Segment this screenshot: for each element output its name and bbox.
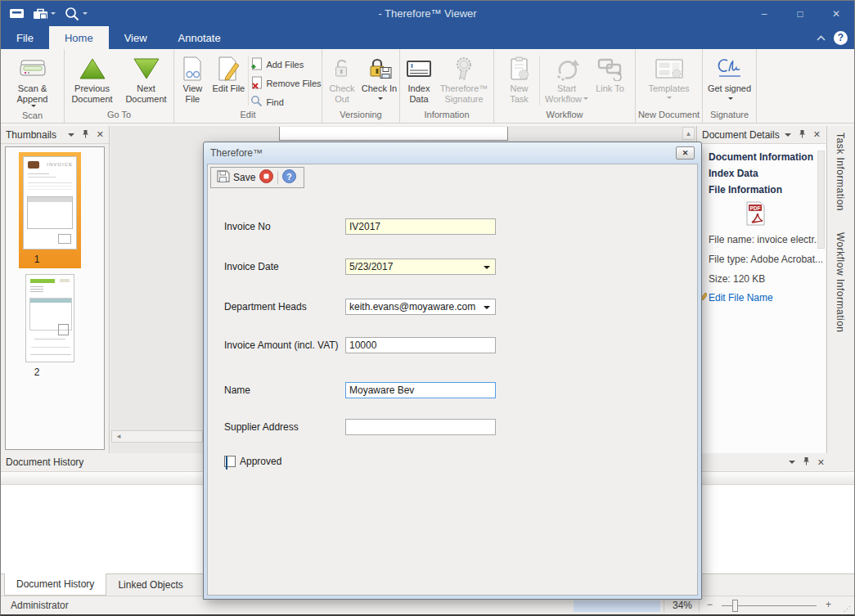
index-card-icon bbox=[406, 54, 432, 83]
dialog-help-button[interactable]: ? bbox=[282, 169, 296, 186]
file-name-text: File name: invoice electr... bbox=[697, 230, 826, 250]
pin-icon[interactable] bbox=[82, 129, 89, 141]
templates-icon bbox=[655, 54, 684, 83]
invoice-amount-label: Invoice Amount (incl. VAT) bbox=[224, 337, 339, 353]
thumbnail-page-2[interactable] bbox=[25, 274, 74, 362]
ribbon-group-information: Index Data Therefore™ Signature Informat… bbox=[400, 49, 494, 123]
previous-document-button[interactable]: Previous Document bbox=[65, 52, 119, 105]
dropdown-caret-icon bbox=[667, 97, 672, 101]
tab-linked-objects[interactable]: Linked Objects bbox=[106, 574, 194, 596]
zoom-out-button[interactable]: − bbox=[707, 599, 713, 610]
dialog-close-button[interactable]: ✕ bbox=[676, 146, 695, 160]
minimize-button[interactable]: – bbox=[746, 1, 782, 26]
collapse-ribbon-icon[interactable] bbox=[817, 32, 826, 43]
window-controls: – □ ✕ bbox=[746, 1, 854, 26]
tab-workflow-information[interactable]: Workflow Information bbox=[827, 226, 853, 339]
edit-file-button[interactable]: Edit File bbox=[210, 52, 246, 94]
invoice-no-label: Invoice No bbox=[224, 218, 271, 235]
viewer-icon[interactable] bbox=[9, 8, 25, 19]
tab-view[interactable]: View bbox=[109, 26, 163, 49]
clipboard-gear-icon bbox=[507, 54, 532, 83]
file-information-link[interactable]: File Information bbox=[697, 182, 826, 198]
panel-scrollbar[interactable] bbox=[817, 151, 825, 249]
find-button[interactable]: Find bbox=[250, 95, 283, 109]
group-label-signature: Signature bbox=[703, 109, 756, 123]
svg-text:PDF: PDF bbox=[750, 205, 761, 211]
close-panel-icon[interactable]: ✕ bbox=[813, 129, 821, 140]
check-out-button: Check Out bbox=[324, 52, 361, 105]
thumbnail-number-2: 2 bbox=[5, 366, 83, 378]
field-row-invoice-amount: Invoice Amount (incl. VAT) bbox=[208, 337, 697, 353]
tab-document-history[interactable]: Document History bbox=[4, 573, 106, 596]
thumbnail-sketch bbox=[28, 173, 49, 174]
supplier-address-input[interactable] bbox=[345, 419, 496, 435]
next-document-button[interactable]: Next Document bbox=[119, 52, 173, 105]
chevron-down-icon bbox=[484, 266, 490, 272]
field-row-invoice-date: Invoice Date 5/23/2017 bbox=[208, 259, 697, 275]
close-panel-icon[interactable]: ✕ bbox=[817, 457, 825, 468]
pin-icon[interactable] bbox=[803, 456, 810, 468]
document-page-edge bbox=[279, 127, 508, 141]
tab-annotate[interactable]: Annotate bbox=[163, 26, 236, 49]
scan-append-button[interactable]: Scan & Append bbox=[4, 52, 61, 110]
circular-arrows-icon bbox=[553, 54, 581, 83]
triangle-down-icon bbox=[132, 54, 161, 83]
group-label-scan: Scan bbox=[1, 110, 64, 123]
view-file-button[interactable]: View File bbox=[174, 52, 210, 105]
remove-files-button[interactable]: Remove Files bbox=[250, 76, 321, 91]
edit-file-icon bbox=[216, 54, 241, 83]
thumbnail-sketch bbox=[60, 279, 70, 282]
scroll-left-icon: ◄ bbox=[112, 433, 122, 440]
dropdown-caret-icon bbox=[51, 12, 56, 17]
title-bar: - Therefore™ Viewer – □ ✕ bbox=[1, 1, 854, 26]
panel-menu-icon[interactable] bbox=[785, 133, 791, 140]
invoice-no-input[interactable] bbox=[345, 218, 496, 235]
maximize-button[interactable]: □ bbox=[782, 1, 818, 26]
thumbnail-sketch bbox=[28, 161, 39, 169]
thumbnail-page-1[interactable]: INVOICE bbox=[23, 156, 77, 250]
edit-file-name-link[interactable]: Edit File Name bbox=[707, 289, 773, 307]
ribbon-tab-row: File Home View Annotate ? bbox=[1, 26, 854, 49]
templates-button: Templates bbox=[638, 52, 700, 101]
viewer-vertical-scrollbar[interactable]: ▲ bbox=[682, 127, 695, 140]
viewer-horizontal-scrollbar[interactable]: ◄ bbox=[111, 430, 203, 443]
dialog-title-bar[interactable]: Therefore™ ✕ bbox=[204, 142, 701, 164]
rosette-icon bbox=[452, 54, 475, 83]
tab-file[interactable]: File bbox=[1, 26, 49, 49]
panel-menu-icon[interactable] bbox=[789, 461, 795, 467]
resize-grip-icon[interactable]: ⋰ bbox=[844, 605, 852, 613]
new-task-button: New Task bbox=[502, 52, 538, 105]
get-signed-button[interactable]: Get signed bbox=[705, 52, 754, 105]
ribbon-group-edit: View File Edit File Add Files bbox=[174, 49, 322, 123]
invoice-amount-input[interactable] bbox=[345, 337, 496, 353]
search-button[interactable] bbox=[64, 6, 88, 22]
scanner-icon bbox=[19, 54, 47, 83]
zoom-in-button[interactable]: + bbox=[826, 599, 831, 610]
briefcase-button[interactable] bbox=[33, 7, 56, 20]
pin-icon[interactable] bbox=[799, 129, 806, 141]
save-button[interactable]: Save bbox=[216, 169, 255, 186]
index-data-link[interactable]: Index Data bbox=[697, 165, 826, 182]
index-data-button[interactable]: Index Data bbox=[402, 52, 436, 105]
tab-task-information[interactable]: Task Information bbox=[827, 126, 853, 218]
abort-button[interactable] bbox=[259, 169, 273, 186]
name-input[interactable] bbox=[345, 382, 496, 398]
document-information-link[interactable]: Document Information bbox=[697, 149, 826, 165]
approved-checkbox-row[interactable]: Approved bbox=[224, 456, 281, 467]
check-in-button[interactable]: Check In bbox=[361, 52, 398, 105]
invoice-date-select[interactable]: 5/23/2017 bbox=[345, 259, 496, 275]
add-files-button[interactable]: Add Files bbox=[250, 57, 304, 72]
thumbnail-sketch bbox=[30, 286, 43, 293]
checkbox-icon[interactable] bbox=[224, 456, 236, 467]
close-button[interactable]: ✕ bbox=[818, 1, 854, 26]
thumbnail-sketch bbox=[31, 347, 70, 348]
dialog-toolbar: Save ? bbox=[210, 167, 304, 188]
document-details-title: Document Details bbox=[702, 129, 785, 141]
close-panel-icon[interactable]: ✕ bbox=[97, 129, 104, 140]
panel-menu-icon[interactable] bbox=[68, 133, 74, 140]
file-type-text: File type: Adobe Acrobat... bbox=[697, 250, 826, 269]
tab-home[interactable]: Home bbox=[49, 26, 109, 49]
help-icon[interactable]: ? bbox=[834, 31, 848, 45]
zoom-slider-handle[interactable] bbox=[732, 600, 738, 612]
department-heads-select[interactable]: keith.evans@moyaware.com bbox=[345, 299, 496, 315]
